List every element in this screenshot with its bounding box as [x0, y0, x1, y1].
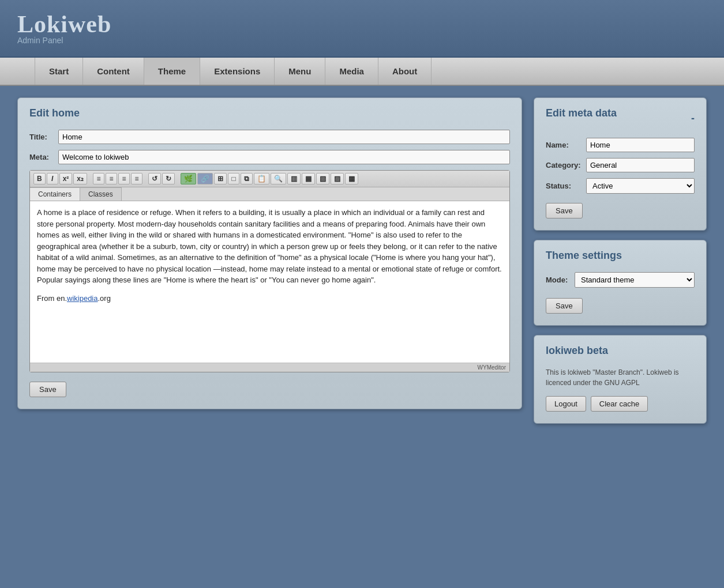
meta-name-label: Name:	[546, 141, 586, 149]
toolbar-italic[interactable]: I	[47, 173, 58, 184]
edit-home-title: Edit home	[29, 107, 510, 122]
title-field-row: Title:	[29, 130, 510, 144]
nav-item-theme[interactable]: Theme	[144, 58, 200, 85]
beta-buttons: Logout Clear cache	[546, 396, 695, 412]
toolbar-col1[interactable]: ▥	[287, 173, 301, 184]
right-column: Edit meta data - Name: Category: Status:…	[534, 97, 707, 424]
toolbar-table[interactable]: ⊞	[214, 173, 227, 184]
edit-home-panel: Edit home Title: Meta: B I x² x₂ ≡ ≡ ≡ ≡…	[17, 97, 522, 409]
wymeditor-area: B I x² x₂ ≡ ≡ ≡ ≡ ↺ ↻ 🌿 🔗 ⊞ □ ⧉ 📋 🔍	[29, 170, 510, 372]
meta-category-label: Category:	[546, 161, 586, 169]
nav-item-about[interactable]: About	[378, 58, 432, 85]
logo-title: Lokiweb	[17, 10, 707, 38]
title-input[interactable]	[58, 130, 510, 144]
editor-body[interactable]: A home is a place of residence or refuge…	[30, 201, 509, 363]
nav-item-menu[interactable]: Menu	[275, 58, 325, 85]
logo-subtitle: Admin Panel	[17, 36, 707, 45]
toolbar-redo[interactable]: ↻	[162, 173, 175, 184]
toolbar-col4[interactable]: ▨	[331, 173, 344, 184]
toolbar-subscript[interactable]: x₂	[73, 173, 87, 184]
mode-label: Mode:	[546, 276, 575, 284]
nav-item-content[interactable]: Content	[83, 58, 144, 85]
toolbar-superscript[interactable]: x²	[59, 173, 73, 184]
toolbar-col3[interactable]: ▧	[316, 173, 329, 184]
clear-cache-button[interactable]: Clear cache	[591, 396, 648, 412]
wymeditor-label: WYMeditor	[30, 363, 509, 372]
logout-button[interactable]: Logout	[546, 396, 586, 412]
beta-panel: lokiweb beta This is lokiweb "Master Bra…	[534, 335, 707, 424]
toolbar-bold[interactable]: B	[33, 173, 46, 184]
toolbar-outdent[interactable]: ≡	[131, 173, 142, 184]
theme-settings-panel: Theme settings Mode: Standard theme Dark…	[534, 240, 707, 326]
edit-meta-panel: Edit meta data - Name: Category: Status:…	[534, 97, 707, 231]
toolbar-copy[interactable]: ⧉	[241, 173, 253, 184]
beta-description: This is lokiweb "Master Branch". Lokiweb…	[546, 367, 695, 388]
meta-name-row: Name:	[546, 138, 695, 152]
mode-row: Mode: Standard theme Dark theme Light th…	[546, 272, 695, 288]
content-paragraph-1: A home is a place of residence or refuge…	[37, 207, 502, 286]
theme-save-button[interactable]: Save	[546, 298, 583, 314]
meta-status-row: Status: Active Inactive	[546, 178, 695, 194]
beta-panel-title: lokiweb beta	[546, 345, 695, 359]
meta-status-label: Status:	[546, 182, 586, 190]
toolbar-find[interactable]: 🔍	[271, 173, 286, 184]
mode-select[interactable]: Standard theme Dark theme Light theme	[575, 272, 695, 288]
meta-input[interactable]	[58, 150, 510, 164]
toolbar-link[interactable]: 🔗	[197, 173, 213, 184]
meta-panel-collapse[interactable]: -	[691, 112, 695, 125]
toolbar-indent[interactable]: ≡	[118, 173, 130, 184]
tab-classes[interactable]: Classes	[80, 187, 122, 201]
toolbar-undo[interactable]: ↺	[148, 173, 161, 184]
meta-name-input[interactable]	[586, 138, 695, 152]
meta-category-input[interactable]	[586, 158, 695, 172]
nav-item-start[interactable]: Start	[35, 58, 83, 85]
toolbar-frame[interactable]: □	[228, 173, 239, 184]
theme-settings-title: Theme settings	[546, 250, 695, 264]
main-content: Edit home Title: Meta: B I x² x₂ ≡ ≡ ≡ ≡…	[0, 86, 724, 435]
header: Lokiweb Admin Panel	[0, 0, 724, 58]
title-label: Title:	[29, 133, 58, 141]
toolbar-ul[interactable]: ≡	[93, 173, 104, 184]
editor-toolbar: B I x² x₂ ≡ ≡ ≡ ≡ ↺ ↻ 🌿 🔗 ⊞ □ ⧉ 📋 🔍	[30, 171, 509, 187]
toolbar-col2[interactable]: ▦	[302, 173, 315, 184]
main-nav: Start Content Theme Extensions Menu Medi…	[0, 58, 724, 86]
nav-item-extensions[interactable]: Extensions	[200, 58, 275, 85]
meta-category-row: Category:	[546, 158, 695, 172]
toolbar-paste[interactable]: 📋	[254, 173, 269, 184]
meta-panel-header: Edit meta data -	[546, 107, 695, 130]
editor-save-button[interactable]: Save	[29, 382, 66, 397]
meta-field-row: Meta:	[29, 150, 510, 164]
meta-panel-title: Edit meta data	[546, 107, 617, 122]
wikipedia-link[interactable]: wikipedia	[67, 294, 97, 303]
meta-save-button[interactable]: Save	[546, 203, 583, 218]
toolbar-image[interactable]: 🌿	[181, 173, 196, 184]
nav-item-media[interactable]: Media	[325, 58, 378, 85]
toolbar-ol[interactable]: ≡	[106, 173, 117, 184]
content-paragraph-2: From en.wikipedia.org	[37, 293, 502, 304]
tab-containers[interactable]: Containers	[30, 187, 80, 201]
meta-label: Meta:	[29, 153, 58, 161]
meta-status-select[interactable]: Active Inactive	[586, 178, 695, 194]
editor-tab-bar: Containers Classes	[30, 187, 509, 201]
toolbar-col5[interactable]: ▩	[345, 173, 358, 184]
